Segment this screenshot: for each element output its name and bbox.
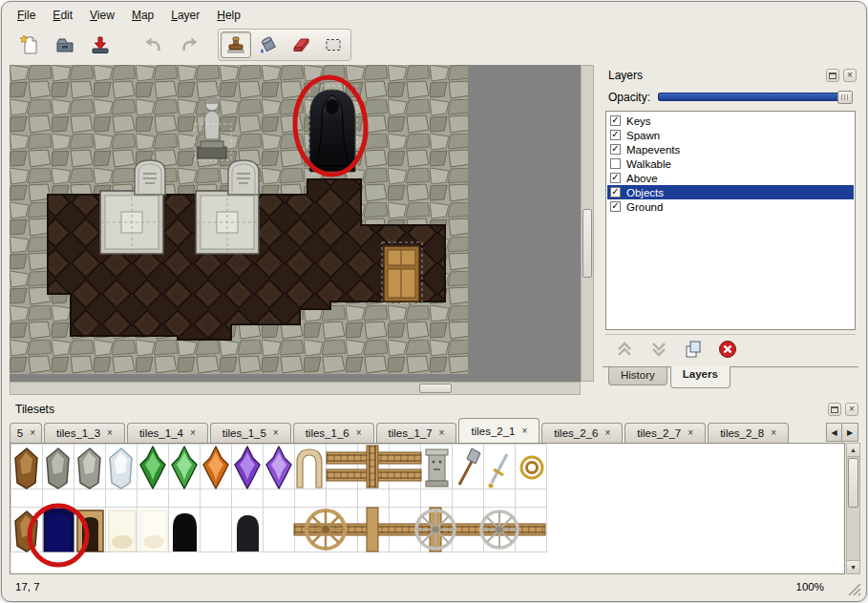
scroll-tabs-left-button[interactable]: ◀	[826, 423, 842, 442]
open-folder-icon	[54, 34, 75, 55]
menu-item-view[interactable]: View	[82, 6, 122, 25]
layer-row-walkable[interactable]: ✓ Walkable	[607, 156, 854, 171]
close-layers-panel-button[interactable]: ×	[843, 69, 857, 82]
delete-layer-button[interactable]	[716, 338, 739, 361]
redo-icon	[179, 34, 200, 55]
close-tab-icon[interactable]: ×	[107, 428, 113, 438]
tile-wheel-tan	[307, 510, 345, 549]
layer-visibility-checkbox[interactable]: ✓	[610, 115, 621, 126]
tile-pale-2	[140, 510, 167, 551]
tab-layers[interactable]: Layers	[670, 366, 730, 388]
resize-grip[interactable]	[847, 582, 862, 597]
save-map-button[interactable]	[84, 30, 116, 60]
statusbar: 17, 7 100%	[2, 574, 866, 601]
map-vertical-scrollbar[interactable]	[581, 65, 594, 382]
tile-rocks-row1	[15, 447, 291, 489]
scroll-tabs-right-button[interactable]: ▶	[842, 423, 858, 442]
tileset-vertical-scrollbar[interactable]: ▲ ▼	[846, 443, 860, 574]
layer-visibility-checkbox[interactable]: ✓	[610, 130, 621, 140]
menu-item-layer[interactable]: Layer	[163, 6, 207, 25]
close-tab-icon[interactable]: ×	[522, 426, 528, 436]
fill-bucket-icon	[258, 34, 279, 55]
tile-sword	[489, 454, 508, 489]
detach-layers-panel-button[interactable]	[826, 69, 839, 82]
eraser-tool-button[interactable]	[286, 31, 316, 58]
layer-visibility-checkbox[interactable]: ✓	[610, 158, 621, 169]
map-canvas[interactable]	[10, 65, 468, 374]
layer-row-keys[interactable]: ✓ Keys	[607, 114, 854, 128]
open-map-button[interactable]	[49, 30, 81, 60]
tileset-tab[interactable]: tiles_1_7 ×	[376, 423, 457, 443]
close-tab-icon[interactable]: ×	[688, 428, 693, 438]
undo-button[interactable]	[138, 30, 170, 60]
fill-tool-button[interactable]	[253, 31, 284, 58]
layer-row-above[interactable]: ✓ Above	[607, 171, 854, 185]
close-tab-icon[interactable]: ×	[273, 428, 279, 438]
raise-layer-button[interactable]	[613, 338, 636, 361]
close-tab-icon[interactable]: ×	[30, 428, 35, 438]
lower-layer-button[interactable]	[647, 338, 670, 361]
new-map-button[interactable]	[13, 30, 46, 60]
opacity-slider[interactable]	[658, 91, 853, 104]
layer-row-spawn[interactable]: ✓ Spawn	[607, 128, 854, 142]
tilesets-panel-titlebar: Tilesets ×	[8, 401, 862, 418]
tileset-tab-active[interactable]: tiles_2_1 ×	[458, 418, 540, 443]
tile-wheel-gray-2	[481, 511, 518, 548]
layer-visibility-checkbox[interactable]: ✓	[610, 173, 621, 183]
tileset-tab[interactable]: tiles_1_6 ×	[293, 423, 374, 443]
tile-dark-arch-2	[237, 515, 259, 551]
close-tab-icon[interactable]: ×	[604, 428, 610, 438]
layer-visibility-checkbox[interactable]: ✓	[610, 187, 621, 198]
tileset-tab-label: tiles_2_8	[720, 427, 764, 439]
map-vscroll-thumb[interactable]	[582, 209, 592, 278]
check-icon: ✓	[611, 115, 619, 125]
map-viewport[interactable]	[10, 65, 581, 382]
menu-item-file[interactable]: File	[10, 6, 43, 25]
tab-history[interactable]: History	[608, 367, 667, 385]
close-tilesets-panel-button[interactable]: ×	[845, 403, 858, 416]
tileset-tab[interactable]: tiles_1_4 ×	[127, 423, 208, 443]
close-tab-icon[interactable]: ×	[439, 428, 445, 438]
tileset-canvas[interactable]	[10, 443, 845, 574]
scroll-down-icon[interactable]: ▼	[847, 560, 859, 573]
layer-visibility-checkbox[interactable]: ✓	[610, 144, 621, 155]
menu-item-edit[interactable]: Edit	[45, 6, 80, 25]
map-editor-area	[10, 65, 594, 395]
tileset-tab[interactable]: tiles_2_6 ×	[541, 423, 623, 443]
menu-item-map[interactable]: Map	[124, 6, 161, 25]
opacity-slider-handle[interactable]	[837, 91, 853, 104]
tileset-tab[interactable]: tiles_2_8 ×	[708, 423, 789, 443]
layer-label: Spawn	[626, 130, 660, 141]
tileset-tab-scroll-arrows: ◀ ▶	[826, 423, 858, 442]
new-file-icon	[19, 34, 40, 55]
tilesets-panel: Tilesets × 5 × tiles_1_3 × tiles_1_4 × t…	[8, 401, 862, 576]
toolbar-separator	[119, 45, 135, 46]
layer-row-objects[interactable]: ✓ Objects	[607, 185, 854, 199]
tileset-tab[interactable]: tiles_1_3 ×	[44, 423, 125, 443]
tileset-tab[interactable]: tiles_1_5 ×	[210, 423, 291, 443]
tileset-tab[interactable]: tiles_2_7 ×	[625, 423, 706, 443]
close-tab-icon[interactable]: ×	[356, 428, 362, 438]
layer-visibility-checkbox[interactable]: ✓	[610, 201, 621, 212]
close-tab-icon[interactable]: ×	[190, 428, 196, 438]
layer-row-ground[interactable]: ✓ Ground	[607, 199, 854, 214]
select-tool-button[interactable]	[318, 31, 349, 58]
lower-layer-icon	[648, 339, 669, 360]
map-horizontal-scrollbar[interactable]	[10, 382, 581, 395]
menubar: File Edit View Map Layer Help	[10, 5, 248, 26]
detach-tilesets-panel-button[interactable]	[828, 403, 841, 416]
stamp-tool-button[interactable]	[221, 31, 251, 58]
duplicate-layer-button[interactable]	[682, 338, 705, 361]
map-hscroll-thumb[interactable]	[419, 384, 452, 393]
scroll-up-icon[interactable]: ▲	[847, 444, 859, 457]
layer-label: Walkable	[626, 158, 671, 170]
tile-tracks-row2	[294, 508, 545, 551]
tileset-tab[interactable]: 5 ×	[10, 423, 42, 443]
layer-row-mapevents[interactable]: ✓ Mapevents	[607, 142, 854, 156]
tileset-vscroll-thumb[interactable]	[848, 458, 858, 508]
close-tab-icon[interactable]: ×	[771, 428, 776, 438]
redo-button[interactable]	[173, 30, 205, 60]
layers-panel: Layers × Opacity: ✓ Keys ✓ Spawn ✓ Mapev…	[601, 67, 860, 391]
menu-item-help[interactable]: Help	[209, 6, 248, 25]
layer-actions-toolbar	[605, 334, 856, 363]
